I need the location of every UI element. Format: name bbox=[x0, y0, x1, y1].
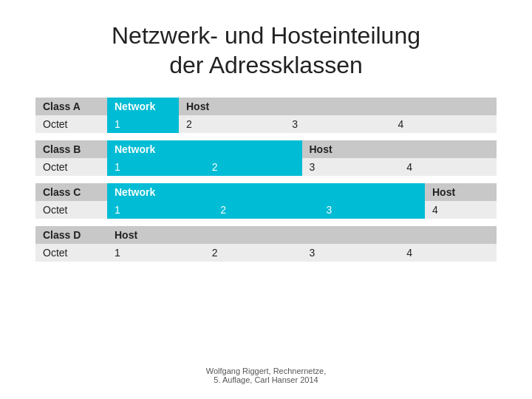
class-c-octet-label: Octet bbox=[35, 201, 107, 219]
class-c-label: Class C bbox=[35, 183, 107, 201]
class-b-col4: 4 bbox=[399, 158, 497, 176]
class-d-table: Class D Host Octet 1 2 3 4 bbox=[35, 226, 497, 262]
class-b-octet-label: Octet bbox=[35, 158, 107, 176]
class-b-table: Class B Network Host Octet 1 2 3 4 bbox=[35, 140, 497, 176]
footer: Wolfgang Riggert, Rechnernetze, 5. Aufla… bbox=[206, 361, 326, 384]
class-c-network-header: Network bbox=[107, 183, 425, 201]
class-c-col4: 4 bbox=[425, 201, 497, 219]
class-c-table: Class C Network Host Octet 1 2 3 4 bbox=[35, 183, 497, 219]
class-a-table: Class A Network Host Octet 1 2 3 4 bbox=[35, 98, 497, 133]
class-d-header: Class D Host bbox=[35, 226, 497, 244]
class-a-data: Octet 1 2 3 4 bbox=[35, 115, 497, 133]
class-b-label: Class B bbox=[35, 140, 107, 158]
class-d-host-header: Host bbox=[107, 226, 497, 244]
page-title: Netzwerk- und Hosteinteilung der Adressk… bbox=[112, 21, 420, 80]
class-a-col4: 4 bbox=[391, 115, 497, 133]
class-c-header: Class C Network Host bbox=[35, 183, 497, 201]
class-a-octet-label: Octet bbox=[35, 115, 107, 133]
class-b-col2: 2 bbox=[205, 158, 302, 176]
footer-line1: Wolfgang Riggert, Rechnernetze, bbox=[206, 366, 326, 375]
class-b-data: Octet 1 2 3 4 bbox=[35, 158, 497, 176]
class-a-col1: 1 bbox=[107, 115, 179, 133]
footer-line2: 5. Auflage, Carl Hanser 2014 bbox=[206, 375, 326, 384]
class-b-host-header: Host bbox=[302, 140, 497, 158]
class-d-octet-label: Octet bbox=[35, 244, 107, 262]
class-c-col2: 2 bbox=[213, 201, 318, 219]
class-a-col2: 2 bbox=[179, 115, 284, 133]
page: Netzwerk- und Hosteinteilung der Adressk… bbox=[0, 0, 532, 399]
class-c-data: Octet 1 2 3 4 bbox=[35, 201, 497, 219]
class-b-header: Class B Network Host bbox=[35, 140, 497, 158]
tables-container: Class A Network Host Octet 1 2 3 4 Class… bbox=[35, 98, 497, 262]
class-d-col4: 4 bbox=[399, 244, 497, 262]
class-a-label: Class A bbox=[35, 98, 107, 115]
class-a-host-header: Host bbox=[179, 98, 497, 115]
class-c-host-header: Host bbox=[425, 183, 497, 201]
class-c-col3: 3 bbox=[319, 201, 425, 219]
class-d-col1: 1 bbox=[107, 244, 205, 262]
class-a-header: Class A Network Host bbox=[35, 98, 497, 115]
class-b-col3: 3 bbox=[302, 158, 400, 176]
class-a-col3: 3 bbox=[284, 115, 390, 133]
class-d-label: Class D bbox=[35, 226, 107, 244]
class-d-col2: 2 bbox=[205, 244, 302, 262]
class-b-col1: 1 bbox=[107, 158, 205, 176]
class-d-col3: 3 bbox=[302, 244, 400, 262]
class-c-col1: 1 bbox=[107, 201, 213, 219]
class-b-network-header: Network bbox=[107, 140, 302, 158]
class-d-data: Octet 1 2 3 4 bbox=[35, 244, 497, 262]
class-a-network-header: Network bbox=[107, 98, 179, 115]
